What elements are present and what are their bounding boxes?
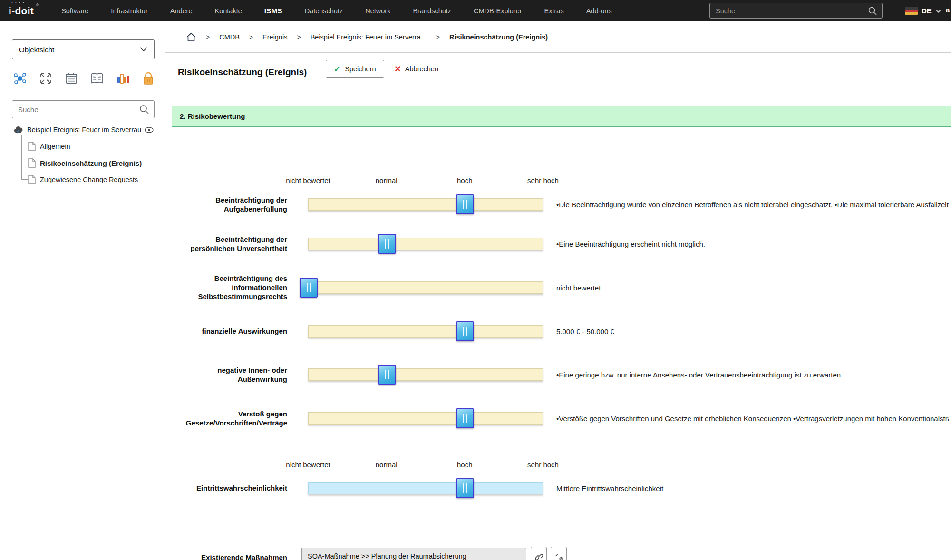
calendar-icon[interactable] — [63, 70, 79, 87]
breadcrumb-separator: > — [297, 33, 301, 41]
section-title: 2. Risikobewertung — [180, 112, 245, 120]
slider-label: Beeinträchtigung der Aufgabenerfüllung — [170, 195, 287, 213]
search-icon[interactable] — [868, 6, 877, 16]
object-view-select-value: Objektsicht — [19, 46, 54, 54]
section-risikobewertung[interactable]: 2. Risikobewertung — [172, 106, 951, 127]
link-icon — [534, 552, 543, 560]
page-icon — [28, 158, 36, 168]
event-cloud-icon — [13, 126, 24, 134]
menu-item-network[interactable]: Network — [365, 7, 390, 15]
slider-label: Eintrittswahrscheinlichkeit — [170, 483, 287, 492]
tree-connector — [21, 163, 28, 163]
slider-row-finanzielle-auswirkungen: finanzielle Auswirkungen 5.000 € - 50.00… — [165, 308, 951, 355]
handle-grip — [463, 414, 467, 423]
existing-measures-listbox[interactable]: SOA-Maßnahme >> Planung der Raumabsicher… — [301, 548, 526, 560]
slider-value-text: Mittlere Eintrittswahrscheinlichkeit — [556, 484, 949, 492]
search-icon[interactable] — [139, 104, 149, 115]
slider-track[interactable] — [308, 368, 543, 381]
menu-item-isms[interactable]: ISMS — [264, 7, 282, 15]
idoit-logo[interactable]: i-doit — [9, 5, 34, 17]
slider-value-text: •Die Beeinträchtigung würde von einzelne… — [556, 201, 949, 209]
slider-row-unversehrtheit: Beeinträchtigung der persönlichen Unvers… — [165, 220, 951, 268]
cancel-button[interactable]: × Abbrechen — [390, 60, 443, 78]
slider-handle[interactable] — [300, 278, 318, 298]
expand-icon[interactable] — [38, 70, 54, 87]
slider-track[interactable] — [308, 325, 543, 338]
slider-label: finanzielle Auswirkungen — [170, 327, 287, 336]
slider-label: negative Innen- oder Außenwirkung — [170, 366, 287, 384]
page-title: Risikoeinschätzung (Ereignis) — [178, 67, 307, 77]
slider-track[interactable] — [308, 412, 543, 425]
breadcrumb-ereignis[interactable]: Ereignis — [262, 33, 287, 41]
handle-grip — [463, 483, 467, 493]
tree-item-risikoeinschaetzung[interactable]: Risikoeinschätzung (Ereignis) — [28, 157, 142, 169]
handle-grip — [463, 200, 467, 209]
breadcrumb-object[interactable]: Beispiel Ereignis: Feuer im Serverra... — [311, 33, 427, 41]
menu-item-extras[interactable]: Extras — [544, 7, 564, 15]
link-button[interactable] — [531, 547, 547, 560]
slider-handle[interactable] — [378, 365, 396, 385]
menu-item-infrastruktur[interactable]: Infrastruktur — [111, 7, 147, 15]
unlink-button[interactable] — [551, 547, 567, 560]
tree-item-allgemein[interactable]: Allgemein — [28, 140, 70, 153]
existing-measures-item[interactable]: SOA-Maßnahme >> Planung der Raumabsicher… — [308, 552, 466, 560]
slider-handle[interactable] — [456, 321, 474, 341]
breadcrumb-cmdb[interactable]: CMDB — [219, 33, 240, 41]
slider-handle[interactable] — [456, 194, 474, 214]
handle-grip — [385, 370, 389, 379]
slider-value-text: nicht bewertet — [556, 284, 949, 292]
global-search-input[interactable] — [710, 7, 868, 15]
sidebar-search-input[interactable] — [12, 106, 139, 114]
slider-track[interactable] — [308, 198, 543, 211]
chevron-down-icon — [140, 47, 147, 52]
page-icon — [28, 175, 36, 184]
lock-icon[interactable] — [140, 70, 156, 87]
menu-item-cmdb-explorer[interactable]: CMDB-Explorer — [474, 7, 522, 15]
bar-chart-icon[interactable] — [115, 70, 131, 87]
breadcrumb-separator: > — [249, 33, 253, 41]
graph-icon[interactable] — [12, 70, 28, 87]
menu-item-andere[interactable]: Andere — [170, 7, 193, 15]
slider-label: Verstoß gegen Gesetze/Vorschriften/Vertr… — [170, 409, 287, 427]
slider-row-verstoss-gesetze: Verstoß gegen Gesetze/Vorschriften/Vertr… — [165, 395, 951, 442]
check-icon: ✓ — [334, 64, 340, 74]
existing-measures-row: Existierende Maßnahmen SOA-Maßnahme >> P… — [165, 532, 951, 560]
save-button-label: Speichern — [345, 65, 376, 73]
top-navbar: i-doit Software Infrastruktur Andere Kon… — [0, 0, 951, 21]
slider-row-eintrittswahrscheinlichkeit: Eintrittswahrscheinlichkeit Mittlere Ein… — [165, 464, 951, 512]
object-view-select[interactable]: Objektsicht — [12, 39, 155, 59]
breadcrumb: > CMDB > Ereignis > Beispiel Ereignis: F… — [165, 21, 951, 53]
tree-item-label: Zugewiesene Change Requests — [40, 176, 138, 183]
menu-item-kontakte[interactable]: Kontakte — [214, 7, 242, 15]
slider-handle[interactable] — [456, 408, 474, 428]
slider-handle[interactable] — [456, 478, 474, 498]
menu-item-datenschutz[interactable]: Datenschutz — [305, 7, 343, 15]
handle-grip — [385, 239, 389, 249]
language-code: DE — [922, 7, 932, 15]
menu-item-add-ons[interactable]: Add-ons — [586, 7, 612, 15]
save-button[interactable]: ✓ Speichern — [326, 60, 384, 78]
language-selector[interactable]: DE — [905, 0, 941, 21]
tree-root-object[interactable]: Beispiel Ereignis: Feuer im Serverrau — [13, 124, 154, 135]
tree-connector — [21, 146, 28, 146]
slider-track[interactable] — [308, 238, 543, 250]
slider-handle[interactable] — [378, 234, 396, 254]
slider-track[interactable] — [308, 482, 543, 494]
main-menu: Software Infrastruktur Andere Kontakte I… — [61, 7, 612, 15]
breadcrumb-separator: > — [436, 33, 440, 41]
german-flag-icon — [905, 7, 918, 15]
tree-connector — [21, 135, 22, 179]
menu-item-software[interactable]: Software — [61, 7, 88, 15]
home-icon[interactable] — [186, 32, 196, 42]
cancel-button-label: Abbrechen — [405, 65, 438, 73]
sidebar-toolbar — [12, 69, 156, 87]
existing-measures-label: Existierende Maßnahmen — [170, 553, 287, 560]
idoit-app: i-doit Software Infrastruktur Andere Kon… — [0, 0, 951, 560]
breadcrumb-separator: > — [206, 33, 210, 41]
menu-item-brandschutz[interactable]: Brandschutz — [413, 7, 451, 15]
user-menu[interactable]: a — [946, 6, 950, 14]
tree-item-change-requests[interactable]: Zugewiesene Change Requests — [28, 174, 138, 186]
book-icon[interactable] — [89, 70, 105, 87]
tree-item-label: Risikoeinschätzung (Ereignis) — [40, 159, 142, 167]
slider-track[interactable] — [308, 281, 543, 294]
